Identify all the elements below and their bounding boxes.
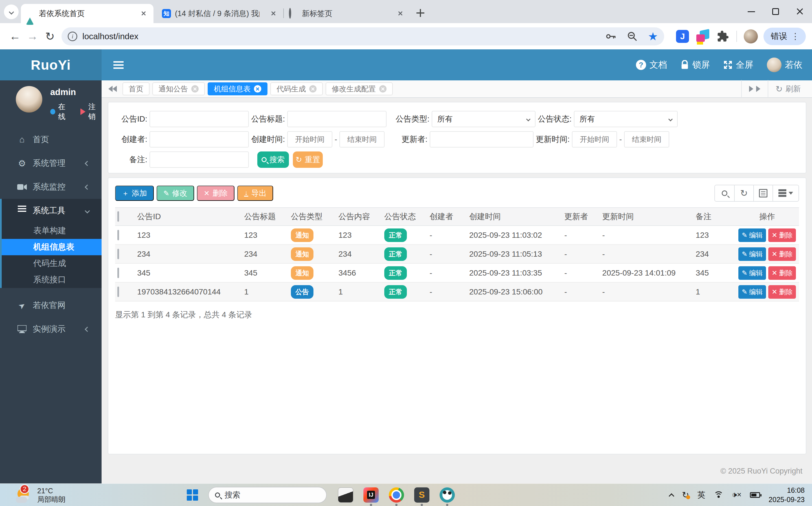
table-search-toggle-button[interactable] (715, 185, 734, 201)
delete-button[interactable]: ✕删除 (197, 186, 234, 201)
file-explorer-icon[interactable] (338, 487, 353, 503)
table-refresh-button[interactable]: ↻ (734, 185, 753, 201)
extensions-puzzle-icon[interactable] (717, 30, 729, 43)
password-key-icon[interactable] (605, 30, 617, 42)
update-tray-icon[interactable]: ↻ (682, 490, 689, 500)
row-edit-button[interactable]: ✎编辑 (738, 247, 766, 261)
notice-title-input[interactable] (287, 111, 387, 127)
row-delete-button[interactable]: ✕删除 (768, 229, 796, 242)
page-tab-unit-info[interactable]: 机组信息表 (208, 82, 267, 95)
remark-input[interactable] (150, 152, 249, 168)
row-checkbox[interactable] (117, 230, 119, 240)
create-time-start-input[interactable] (287, 131, 332, 148)
row-delete-button[interactable]: ✕删除 (768, 247, 796, 261)
sidebar-item-system-monitor[interactable]: 系统监控 (0, 175, 101, 199)
close-window-button[interactable] (788, 0, 812, 23)
close-icon[interactable] (396, 9, 405, 18)
sidebar-item-home[interactable]: ⌂ 首页 (0, 128, 101, 152)
table-detail-view-button[interactable] (753, 185, 773, 201)
minimize-button[interactable] (739, 0, 763, 23)
row-delete-button[interactable]: ✕删除 (768, 285, 796, 299)
url-text[interactable]: localhost/index (82, 31, 595, 41)
refresh-tab-button[interactable]: ↻刷新 (768, 80, 808, 98)
site-info-icon[interactable]: i (68, 31, 77, 41)
sidebar-item-unit-info-table[interactable]: 机组信息表 (2, 239, 101, 255)
close-icon[interactable] (139, 9, 148, 18)
scroll-tabs-right-button[interactable] (741, 80, 768, 98)
edit-button[interactable]: ✎修改 (157, 186, 194, 201)
update-time-start-input[interactable] (572, 131, 617, 148)
scroll-tabs-left-button[interactable] (108, 86, 117, 92)
extension-j-icon[interactable]: J (676, 30, 689, 43)
page-tab-notice[interactable]: 通知公告 (152, 82, 205, 95)
row-checkbox[interactable] (117, 286, 119, 297)
zoom-out-icon[interactable] (626, 30, 638, 42)
s-app-icon[interactable]: S (414, 487, 429, 503)
notice-type-select[interactable]: 所有 (432, 111, 536, 127)
close-icon[interactable] (309, 85, 317, 92)
maximize-button[interactable] (763, 0, 788, 23)
lock-screen-link[interactable]: 锁屏 (680, 59, 710, 71)
sidebar-item-code-gen[interactable]: 代码生成 (2, 255, 101, 272)
fullscreen-link[interactable]: 全屏 (723, 59, 753, 71)
forward-button[interactable]: → (24, 30, 41, 43)
sidebar-toggle-icon[interactable] (113, 61, 124, 63)
clock[interactable]: 16:08 2025-09-23 (768, 486, 805, 504)
sidebar-item-form-builder[interactable]: 表单构建 (2, 223, 101, 239)
docs-link[interactable]: ?文档 (636, 59, 667, 71)
browser-tab-ruoyi[interactable]: 若依系统首页 (21, 4, 154, 23)
close-icon[interactable] (254, 85, 261, 92)
sidebar-item-system-mgmt[interactable]: ⚙ 系统管理 (0, 152, 101, 175)
tab-search-button[interactable] (4, 4, 19, 19)
reset-button[interactable]: ↻重置 (293, 152, 323, 168)
chrome-icon[interactable] (389, 487, 404, 503)
page-tab-gen-config[interactable]: 修改生成配置 (326, 82, 393, 95)
sidebar-item-ruoyi-site[interactable]: ➤ 若依官网 (0, 293, 101, 317)
start-button[interactable] (187, 489, 198, 501)
notice-id-input[interactable] (150, 111, 249, 127)
select-all-checkbox[interactable] (117, 211, 119, 222)
close-icon[interactable] (268, 9, 278, 18)
row-delete-button[interactable]: ✕删除 (768, 266, 796, 280)
menu-dots-icon[interactable]: ⋮ (791, 31, 800, 41)
sidebar-item-system-api[interactable]: 系统接口 (2, 272, 101, 288)
tray-expand-icon[interactable] (669, 493, 674, 499)
notice-status-select[interactable]: 所有 (574, 111, 678, 127)
create-time-end-input[interactable] (339, 131, 385, 148)
online-status[interactable]: 在线 (58, 102, 71, 121)
export-button[interactable]: ↓导出 (237, 186, 273, 201)
sidebar-item-system-tools[interactable]: 系统工具 (2, 199, 101, 223)
close-icon[interactable] (191, 85, 198, 92)
logout-link[interactable]: 注销 (88, 102, 101, 121)
volume-muted-icon[interactable]: 🕩× (732, 490, 741, 500)
row-edit-button[interactable]: ✎编辑 (738, 285, 766, 299)
browser-tab-zhihu[interactable]: 知 (14 封私信 / 9 条消息) 我的收藏 (157, 4, 283, 23)
intellij-idea-icon[interactable]: IJ (363, 487, 379, 503)
address-bar[interactable]: i localhost/index ★ (62, 27, 664, 46)
back-button[interactable]: ← (6, 30, 24, 43)
bookmark-star-icon[interactable]: ★ (648, 30, 658, 43)
search-button[interactable]: 搜索 (257, 152, 289, 168)
wifi-icon[interactable] (714, 491, 723, 499)
row-checkbox[interactable] (117, 268, 119, 278)
new-tab-button[interactable] (415, 7, 426, 19)
table-columns-button[interactable] (773, 185, 799, 201)
creator-input[interactable] (150, 131, 249, 148)
brand-logo[interactable]: RuoYi (0, 49, 101, 80)
updater-input[interactable] (430, 131, 534, 148)
close-icon[interactable] (379, 85, 387, 92)
browser-avatar[interactable] (744, 29, 758, 44)
user-menu[interactable]: 若依 (767, 58, 802, 72)
extension-color-icon[interactable] (696, 30, 709, 43)
row-checkbox[interactable] (117, 249, 119, 259)
sidebar-item-demo[interactable]: 实例演示 (0, 317, 101, 341)
page-tab-codegen[interactable]: 代码生成 (270, 82, 323, 95)
row-edit-button[interactable]: ✎编辑 (738, 229, 766, 242)
ime-indicator[interactable]: 英 (698, 490, 705, 500)
weather-widget[interactable]: 2 21°C 局部晴朗 (16, 487, 66, 503)
battery-icon[interactable] (750, 492, 760, 498)
avatar[interactable] (16, 86, 42, 112)
add-button[interactable]: ＋添加 (115, 186, 154, 201)
taskbar-search[interactable]: 搜索 (208, 487, 327, 503)
profile-button[interactable]: 错误 ⋮ (763, 28, 806, 45)
